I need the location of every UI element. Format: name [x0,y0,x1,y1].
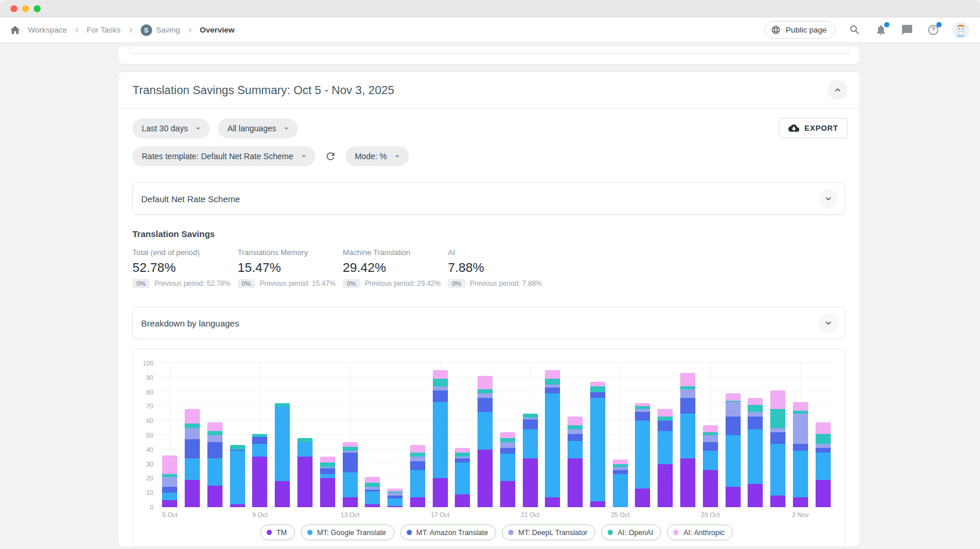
segment-ai-openai[interactable] [297,438,313,442]
segment-ai-anthropic[interactable] [343,442,358,446]
segment-tm[interactable] [320,478,335,507]
segment-tm[interactable] [635,489,650,507]
segment-tm[interactable] [523,458,538,507]
segment-tm[interactable] [185,480,200,507]
segment-mt-google-translate[interactable] [207,458,222,486]
rate-scheme-accordion[interactable]: Default Net Rate Scheme [132,182,845,215]
collapse-card-button[interactable] [828,80,848,100]
segment-mt-google-translate[interactable] [680,414,695,458]
segment-mt-deepl-translator[interactable] [703,435,718,442]
refresh-button[interactable] [324,149,338,163]
segment-tm[interactable] [793,497,808,507]
segment-mt-amazon-translate[interactable] [252,437,267,444]
segment-mt-amazon-translate[interactable] [590,392,605,398]
segment-tm[interactable] [230,504,245,507]
search-icon[interactable] [848,23,861,37]
legend-item-mt-amazon-translate[interactable]: MT: Amazon Translate [400,525,497,540]
segment-tm[interactable] [500,481,515,507]
segment-mt-google-translate[interactable] [365,491,380,504]
stacked-bar[interactable] [545,370,560,507]
home-icon[interactable] [8,23,22,37]
help-icon[interactable] [926,23,940,37]
stacked-bar[interactable] [387,489,403,507]
segment-ai-openai[interactable] [365,483,380,487]
minimize-window-button[interactable] [22,5,29,12]
segment-mt-google-translate[interactable] [523,429,538,458]
segment-ai-openai[interactable] [748,405,763,412]
segment-mt-amazon-translate[interactable] [770,432,785,444]
segment-ai-openai[interactable] [590,386,605,392]
breadcrumb-item-overview[interactable]: Overview [200,26,235,34]
stacked-bar[interactable] [297,438,313,507]
legend-item-ai-openai[interactable]: AI: OpenAI [601,525,661,540]
segment-mt-google-translate[interactable] [500,454,515,481]
segment-tm[interactable] [478,450,493,507]
stacked-bar[interactable] [207,422,222,507]
stacked-bar[interactable] [230,445,245,507]
stacked-bar[interactable] [523,414,538,507]
expand-rate-scheme-button[interactable] [819,189,838,209]
segment-tm[interactable] [252,457,267,507]
segment-mt-deepl-translator[interactable] [793,414,808,444]
segment-mt-deepl-translator[interactable] [748,412,763,416]
segment-ai-openai[interactable] [770,409,785,428]
segment-ai-anthropic[interactable] [726,393,741,400]
segment-mt-google-translate[interactable] [433,402,448,478]
segment-tm[interactable] [365,504,380,507]
stacked-bar[interactable] [478,376,493,507]
stacked-bar[interactable] [568,417,583,507]
legend-item-mt-google-translate[interactable]: MT: Google Translate [301,525,394,540]
segment-mt-amazon-translate[interactable] [568,434,583,441]
maximize-window-button[interactable] [34,5,41,12]
legend-item-mt-deepl-translator[interactable]: MT: DeepL Translator [502,525,595,540]
public-page-button[interactable]: Public page [764,21,835,39]
stacked-bar[interactable] [590,382,605,507]
segment-tm[interactable] [433,478,448,507]
segment-tm[interactable] [387,506,403,507]
stacked-bar[interactable] [613,460,628,507]
segment-ai-openai[interactable] [545,379,560,385]
segment-ai-anthropic[interactable] [703,425,718,432]
segment-tm[interactable] [703,470,718,507]
segment-mt-amazon-translate[interactable] [455,458,470,462]
segment-mt-deepl-translator[interactable] [770,428,785,432]
segment-mt-amazon-translate[interactable] [162,487,177,493]
segment-ai-anthropic[interactable] [613,460,628,464]
segment-ai-anthropic[interactable] [162,455,177,474]
stacked-bar[interactable] [816,422,831,507]
segment-mt-google-translate[interactable] [230,451,245,504]
segment-mt-google-translate[interactable] [568,441,583,458]
segment-mt-google-translate[interactable] [252,444,267,457]
stacked-bar[interactable] [365,477,380,507]
segment-ai-anthropic[interactable] [748,398,763,405]
segment-tm[interactable] [680,458,695,507]
segment-mt-amazon-translate[interactable] [816,448,831,452]
segment-mt-amazon-translate[interactable] [613,470,628,474]
segment-mt-google-translate[interactable] [478,412,493,449]
segment-mt-google-translate[interactable] [387,498,403,505]
segment-ai-openai[interactable] [500,438,515,442]
segment-mt-amazon-translate[interactable] [207,442,222,458]
segment-mt-amazon-translate[interactable] [320,468,335,474]
segment-ai-anthropic[interactable] [433,370,448,379]
export-button[interactable]: EXPORT [779,118,848,138]
segment-mt-amazon-translate[interactable] [726,417,741,435]
segment-ai-anthropic[interactable] [410,445,425,452]
segment-mt-deepl-translator[interactable] [207,435,222,442]
legend-item-tm[interactable]: TM [260,525,295,540]
segment-ai-anthropic[interactable] [207,422,222,431]
bell-icon[interactable] [874,23,888,37]
breakdown-accordion[interactable]: Breakdown by languages [132,307,845,339]
segment-ai-openai[interactable] [658,417,673,421]
segment-mt-deepl-translator[interactable] [726,402,741,417]
expand-breakdown-button[interactable] [819,313,838,333]
segment-mt-amazon-translate[interactable] [793,444,808,451]
stacked-bar[interactable] [252,434,267,507]
segment-mt-amazon-translate[interactable] [410,461,425,470]
segment-ai-openai[interactable] [185,424,200,428]
segment-ai-anthropic[interactable] [455,448,470,452]
stacked-bar[interactable] [635,403,650,507]
segment-mt-amazon-translate[interactable] [748,417,763,429]
segment-tm[interactable] [162,500,177,507]
segment-tm[interactable] [545,497,560,507]
